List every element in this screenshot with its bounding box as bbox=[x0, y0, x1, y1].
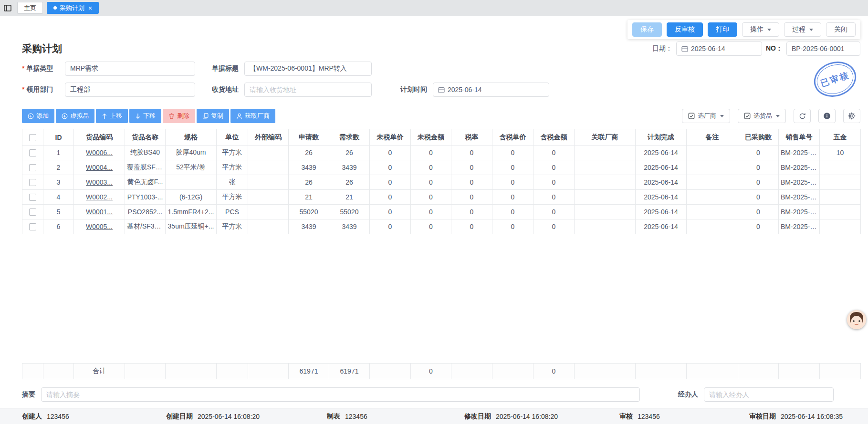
agent-field[interactable] bbox=[704, 387, 834, 402]
column-header[interactable]: 外部编码 bbox=[248, 129, 289, 146]
table-row[interactable]: 2W0004...覆盖膜SF3...52平米/卷平方米3439343900000… bbox=[22, 160, 861, 175]
total-cell bbox=[217, 364, 248, 379]
row-checkbox[interactable] bbox=[29, 164, 36, 171]
column-header[interactable]: 销售单号 bbox=[779, 129, 820, 146]
date-input[interactable] bbox=[691, 45, 757, 52]
summary-input[interactable] bbox=[46, 391, 635, 398]
add-row-button[interactable]: 添加 bbox=[22, 109, 54, 123]
doc-no-field[interactable] bbox=[786, 42, 860, 56]
item-code-link[interactable]: W0005... bbox=[74, 219, 125, 234]
table-row[interactable]: 5W0001...PSO2852...1.5mmFR4+2...PCS55020… bbox=[22, 205, 861, 219]
column-header[interactable]: 未税单价 bbox=[370, 129, 411, 146]
items-table: ID货品编码货品名称规格单位外部编码申请数需求数未税单价未税金额税率含税单价含税… bbox=[22, 129, 861, 234]
column-header[interactable]: ID bbox=[43, 129, 74, 146]
cell: 0 bbox=[370, 190, 411, 205]
date-field[interactable] bbox=[676, 42, 762, 56]
cell bbox=[248, 190, 289, 205]
support-avatar[interactable] bbox=[847, 310, 866, 329]
department-input[interactable] bbox=[70, 86, 190, 94]
item-code-link[interactable]: W0003... bbox=[74, 175, 125, 190]
select-goods-dropdown[interactable]: 选货品 bbox=[738, 109, 786, 123]
agent-input[interactable] bbox=[709, 391, 828, 398]
column-header[interactable]: 五金 bbox=[820, 129, 861, 146]
get-vendor-button[interactable]: 获取厂商 bbox=[230, 109, 275, 123]
copy-row-button[interactable]: 复制 bbox=[197, 109, 229, 123]
column-header[interactable]: 未税金额 bbox=[411, 129, 451, 146]
row-checkbox[interactable] bbox=[29, 194, 36, 201]
column-header[interactable]: 货品编码 bbox=[74, 129, 125, 146]
address-field[interactable] bbox=[244, 83, 372, 97]
move-up-button[interactable]: 上移 bbox=[96, 109, 128, 123]
sidebar-toggle-icon[interactable] bbox=[4, 5, 11, 11]
calendar-icon bbox=[438, 86, 445, 93]
address-input[interactable] bbox=[250, 86, 366, 94]
total-cell bbox=[575, 364, 636, 379]
cell: 2 bbox=[43, 160, 74, 175]
tab-purchase-plan-label: 采购计划 bbox=[60, 4, 84, 12]
column-header[interactable]: 单位 bbox=[217, 129, 248, 146]
move-down-button[interactable]: 下移 bbox=[129, 109, 161, 123]
summary-field[interactable] bbox=[41, 387, 640, 402]
tabulator-value: 123456 bbox=[345, 413, 367, 420]
total-cell: 0 bbox=[533, 364, 575, 379]
column-header[interactable]: 计划完成 bbox=[636, 129, 687, 146]
refresh-button[interactable] bbox=[794, 109, 811, 123]
calendar-icon bbox=[681, 45, 688, 52]
cell: 21 bbox=[289, 190, 329, 205]
doc-type-field[interactable] bbox=[65, 62, 195, 76]
table-row[interactable]: 1W0006...纯胶BS40胶厚40um平方米2626000002025-06… bbox=[22, 146, 861, 160]
doc-no-input[interactable] bbox=[792, 45, 855, 52]
delete-row-button[interactable]: 删除 bbox=[163, 109, 195, 123]
column-header[interactable]: 关联厂商 bbox=[575, 129, 636, 146]
record-info-bar: 创建人123456 创建日期2025-06-14 16:08:20 制表1234… bbox=[0, 408, 868, 424]
doc-type-input[interactable] bbox=[70, 65, 190, 73]
avatar-face-icon bbox=[847, 310, 866, 329]
print-button[interactable]: 打印 bbox=[708, 22, 737, 37]
doc-title-field[interactable] bbox=[244, 62, 372, 76]
column-header[interactable]: 货品名称 bbox=[125, 129, 166, 146]
row-checkbox[interactable] bbox=[29, 179, 36, 186]
department-field[interactable] bbox=[65, 83, 195, 97]
column-header[interactable]: 含税金额 bbox=[533, 129, 575, 146]
process-dropdown[interactable]: 过程 bbox=[784, 22, 821, 37]
cell bbox=[820, 175, 861, 190]
chevron-down-icon bbox=[767, 29, 771, 31]
info-button[interactable] bbox=[818, 109, 836, 123]
item-code-link[interactable]: W0006... bbox=[74, 146, 125, 160]
column-header[interactable]: 申请数 bbox=[289, 129, 329, 146]
operate-dropdown[interactable]: 操作 bbox=[742, 22, 779, 37]
item-code-link[interactable]: W0004... bbox=[74, 160, 125, 175]
table-row[interactable]: 4W0002...PTY1003-...(6-12G)平方米2121000002… bbox=[22, 190, 861, 205]
plan-time-field[interactable] bbox=[433, 83, 549, 97]
tab-close-icon[interactable]: × bbox=[88, 5, 92, 11]
cell: PCS bbox=[217, 205, 248, 219]
column-header[interactable]: 已采购数 bbox=[738, 129, 779, 146]
column-header[interactable]: 税率 bbox=[451, 129, 492, 146]
items-grid: ID货品编码货品名称规格单位外部编码申请数需求数未税单价未税金额税率含税单价含税… bbox=[22, 129, 860, 379]
copy-label: 复制 bbox=[211, 112, 223, 120]
row-checkbox[interactable] bbox=[29, 223, 36, 230]
save-button[interactable]: 保存 bbox=[632, 22, 662, 37]
item-code-link[interactable]: W0002... bbox=[74, 190, 125, 205]
tab-purchase-plan[interactable]: 采购计划 × bbox=[47, 2, 99, 14]
table-row[interactable]: 6W0005...基材/SF30...35um压延铜+...平方米3439343… bbox=[22, 219, 861, 234]
plan-time-input[interactable] bbox=[448, 86, 544, 94]
virtual-item-button[interactable]: 虚拟品 bbox=[56, 109, 94, 123]
row-checkbox[interactable] bbox=[29, 149, 36, 156]
doc-title-input[interactable] bbox=[250, 65, 366, 73]
close-button[interactable]: 关闭 bbox=[826, 22, 856, 37]
row-checkbox[interactable] bbox=[29, 208, 36, 216]
settings-button[interactable] bbox=[843, 109, 860, 123]
select-vendor-dropdown[interactable]: 选厂商 bbox=[682, 109, 730, 123]
select-all-checkbox[interactable] bbox=[29, 134, 36, 141]
item-code-link[interactable]: W0001... bbox=[74, 205, 125, 219]
column-header[interactable]: 规格 bbox=[166, 129, 217, 146]
cell: (6-12G) bbox=[166, 190, 217, 205]
column-header[interactable]: 备注 bbox=[687, 129, 738, 146]
table-row[interactable]: 3W0003...黄色无卤F...张2626000002025-06-140BM… bbox=[22, 175, 861, 190]
unaudit-button[interactable]: 反审核 bbox=[667, 22, 703, 37]
tab-home[interactable]: 主页 bbox=[17, 2, 43, 14]
column-header[interactable]: 含税单价 bbox=[492, 129, 533, 146]
column-header[interactable]: 需求数 bbox=[329, 129, 370, 146]
auditor-value: 123456 bbox=[638, 413, 660, 420]
